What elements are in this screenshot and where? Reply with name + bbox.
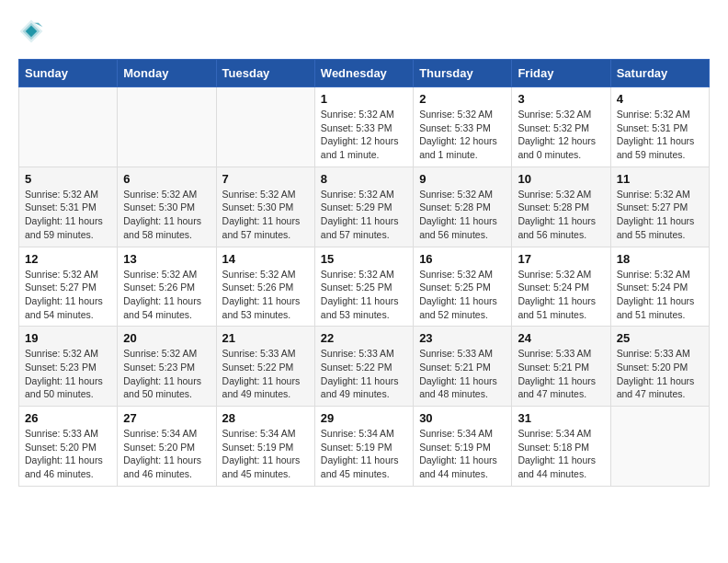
weekday-header: Tuesday bbox=[216, 60, 314, 87]
calendar-cell: 12Sunrise: 5:32 AM Sunset: 5:27 PM Dayli… bbox=[19, 247, 118, 327]
calendar-cell: 13Sunrise: 5:32 AM Sunset: 5:26 PM Dayli… bbox=[118, 247, 216, 327]
calendar-cell: 27Sunrise: 5:34 AM Sunset: 5:20 PM Dayli… bbox=[118, 407, 216, 487]
calendar-cell: 26Sunrise: 5:33 AM Sunset: 5:20 PM Dayli… bbox=[19, 407, 118, 487]
day-number: 26 bbox=[25, 411, 111, 425]
calendar-cell: 2Sunrise: 5:32 AM Sunset: 5:33 PM Daylig… bbox=[414, 87, 512, 167]
calendar-cell: 10Sunrise: 5:32 AM Sunset: 5:28 PM Dayli… bbox=[512, 167, 610, 247]
calendar-cell: 29Sunrise: 5:34 AM Sunset: 5:19 PM Dayli… bbox=[314, 407, 413, 487]
calendar-cell: 6Sunrise: 5:32 AM Sunset: 5:30 PM Daylig… bbox=[118, 167, 216, 247]
day-number: 3 bbox=[518, 92, 604, 106]
day-number: 14 bbox=[222, 252, 309, 266]
calendar-week-row: 1Sunrise: 5:32 AM Sunset: 5:33 PM Daylig… bbox=[19, 87, 710, 167]
calendar-cell: 7Sunrise: 5:32 AM Sunset: 5:30 PM Daylig… bbox=[216, 167, 314, 247]
day-info: Sunrise: 5:32 AM Sunset: 5:28 PM Dayligh… bbox=[518, 188, 604, 242]
day-number: 22 bbox=[321, 331, 407, 345]
calendar-header-row: SundayMondayTuesdayWednesdayThursdayFrid… bbox=[19, 60, 710, 87]
day-info: Sunrise: 5:32 AM Sunset: 5:33 PM Dayligh… bbox=[419, 108, 506, 162]
day-info: Sunrise: 5:32 AM Sunset: 5:30 PM Dayligh… bbox=[123, 188, 210, 242]
calendar-cell: 11Sunrise: 5:32 AM Sunset: 5:27 PM Dayli… bbox=[610, 167, 709, 247]
day-info: Sunrise: 5:33 AM Sunset: 5:22 PM Dayligh… bbox=[321, 347, 407, 401]
day-info: Sunrise: 5:32 AM Sunset: 5:24 PM Dayligh… bbox=[617, 268, 703, 322]
day-info: Sunrise: 5:32 AM Sunset: 5:23 PM Dayligh… bbox=[123, 347, 210, 401]
day-info: Sunrise: 5:32 AM Sunset: 5:31 PM Dayligh… bbox=[25, 188, 111, 242]
day-info: Sunrise: 5:34 AM Sunset: 5:18 PM Dayligh… bbox=[518, 427, 604, 481]
day-info: Sunrise: 5:32 AM Sunset: 5:26 PM Dayligh… bbox=[222, 268, 309, 322]
day-info: Sunrise: 5:32 AM Sunset: 5:29 PM Dayligh… bbox=[321, 188, 407, 242]
day-info: Sunrise: 5:33 AM Sunset: 5:22 PM Dayligh… bbox=[222, 347, 309, 401]
day-info: Sunrise: 5:34 AM Sunset: 5:20 PM Dayligh… bbox=[123, 427, 210, 481]
day-number: 13 bbox=[123, 252, 210, 266]
day-info: Sunrise: 5:34 AM Sunset: 5:19 PM Dayligh… bbox=[222, 427, 309, 481]
day-number: 29 bbox=[321, 411, 407, 425]
calendar-cell: 15Sunrise: 5:32 AM Sunset: 5:25 PM Dayli… bbox=[314, 247, 413, 327]
weekday-header: Sunday bbox=[19, 60, 118, 87]
calendar-cell bbox=[19, 87, 118, 167]
calendar-cell: 21Sunrise: 5:33 AM Sunset: 5:22 PM Dayli… bbox=[216, 327, 314, 407]
day-number: 11 bbox=[617, 172, 703, 186]
day-info: Sunrise: 5:32 AM Sunset: 5:27 PM Dayligh… bbox=[617, 188, 703, 242]
weekday-header: Wednesday bbox=[314, 60, 413, 87]
calendar-week-row: 19Sunrise: 5:32 AM Sunset: 5:23 PM Dayli… bbox=[19, 327, 710, 407]
calendar-week-row: 5Sunrise: 5:32 AM Sunset: 5:31 PM Daylig… bbox=[19, 167, 710, 247]
calendar-cell: 25Sunrise: 5:33 AM Sunset: 5:20 PM Dayli… bbox=[610, 327, 709, 407]
day-number: 27 bbox=[123, 411, 210, 425]
calendar-cell: 30Sunrise: 5:34 AM Sunset: 5:19 PM Dayli… bbox=[414, 407, 512, 487]
day-info: Sunrise: 5:32 AM Sunset: 5:31 PM Dayligh… bbox=[617, 108, 703, 162]
page: SundayMondayTuesdayWednesdayThursdayFrid… bbox=[0, 0, 728, 505]
logo bbox=[18, 18, 48, 44]
day-number: 6 bbox=[123, 172, 210, 186]
day-number: 7 bbox=[222, 172, 309, 186]
calendar-cell: 22Sunrise: 5:33 AM Sunset: 5:22 PM Dayli… bbox=[314, 327, 413, 407]
day-number: 5 bbox=[25, 172, 111, 186]
weekday-header: Thursday bbox=[414, 60, 512, 87]
calendar-cell: 18Sunrise: 5:32 AM Sunset: 5:24 PM Dayli… bbox=[610, 247, 709, 327]
header bbox=[18, 18, 710, 44]
calendar-cell: 31Sunrise: 5:34 AM Sunset: 5:18 PM Dayli… bbox=[512, 407, 610, 487]
calendar-cell: 8Sunrise: 5:32 AM Sunset: 5:29 PM Daylig… bbox=[314, 167, 413, 247]
day-number: 17 bbox=[518, 252, 604, 266]
calendar-cell: 20Sunrise: 5:32 AM Sunset: 5:23 PM Dayli… bbox=[118, 327, 216, 407]
day-info: Sunrise: 5:33 AM Sunset: 5:20 PM Dayligh… bbox=[25, 427, 111, 481]
day-number: 8 bbox=[321, 172, 407, 186]
day-number: 2 bbox=[419, 92, 506, 106]
day-number: 16 bbox=[419, 252, 506, 266]
day-number: 10 bbox=[518, 172, 604, 186]
day-info: Sunrise: 5:32 AM Sunset: 5:27 PM Dayligh… bbox=[25, 268, 111, 322]
calendar-cell: 3Sunrise: 5:32 AM Sunset: 5:32 PM Daylig… bbox=[512, 87, 610, 167]
calendar: SundayMondayTuesdayWednesdayThursdayFrid… bbox=[18, 59, 710, 487]
day-number: 20 bbox=[123, 331, 210, 345]
day-info: Sunrise: 5:32 AM Sunset: 5:24 PM Dayligh… bbox=[518, 268, 604, 322]
day-info: Sunrise: 5:33 AM Sunset: 5:21 PM Dayligh… bbox=[518, 347, 604, 401]
day-number: 28 bbox=[222, 411, 309, 425]
day-number: 31 bbox=[518, 411, 604, 425]
day-number: 4 bbox=[617, 92, 703, 106]
day-number: 30 bbox=[419, 411, 506, 425]
calendar-week-row: 12Sunrise: 5:32 AM Sunset: 5:27 PM Dayli… bbox=[19, 247, 710, 327]
day-info: Sunrise: 5:34 AM Sunset: 5:19 PM Dayligh… bbox=[321, 427, 407, 481]
day-info: Sunrise: 5:32 AM Sunset: 5:25 PM Dayligh… bbox=[419, 268, 506, 322]
day-info: Sunrise: 5:33 AM Sunset: 5:20 PM Dayligh… bbox=[617, 347, 703, 401]
calendar-cell: 4Sunrise: 5:32 AM Sunset: 5:31 PM Daylig… bbox=[610, 87, 709, 167]
day-info: Sunrise: 5:32 AM Sunset: 5:25 PM Dayligh… bbox=[321, 268, 407, 322]
calendar-cell: 16Sunrise: 5:32 AM Sunset: 5:25 PM Dayli… bbox=[414, 247, 512, 327]
day-info: Sunrise: 5:33 AM Sunset: 5:21 PM Dayligh… bbox=[419, 347, 506, 401]
day-info: Sunrise: 5:32 AM Sunset: 5:23 PM Dayligh… bbox=[25, 347, 111, 401]
day-number: 24 bbox=[518, 331, 604, 345]
day-number: 19 bbox=[25, 331, 111, 345]
day-number: 23 bbox=[419, 331, 506, 345]
day-info: Sunrise: 5:34 AM Sunset: 5:19 PM Dayligh… bbox=[419, 427, 506, 481]
calendar-cell: 9Sunrise: 5:32 AM Sunset: 5:28 PM Daylig… bbox=[414, 167, 512, 247]
day-info: Sunrise: 5:32 AM Sunset: 5:28 PM Dayligh… bbox=[419, 188, 506, 242]
day-number: 18 bbox=[617, 252, 703, 266]
calendar-week-row: 26Sunrise: 5:33 AM Sunset: 5:20 PM Dayli… bbox=[19, 407, 710, 487]
day-number: 9 bbox=[419, 172, 506, 186]
day-number: 21 bbox=[222, 331, 309, 345]
calendar-cell: 14Sunrise: 5:32 AM Sunset: 5:26 PM Dayli… bbox=[216, 247, 314, 327]
calendar-cell: 19Sunrise: 5:32 AM Sunset: 5:23 PM Dayli… bbox=[19, 327, 118, 407]
calendar-cell: 17Sunrise: 5:32 AM Sunset: 5:24 PM Dayli… bbox=[512, 247, 610, 327]
day-number: 1 bbox=[321, 92, 407, 106]
day-number: 25 bbox=[617, 331, 703, 345]
logo-icon bbox=[18, 18, 44, 44]
calendar-cell: 5Sunrise: 5:32 AM Sunset: 5:31 PM Daylig… bbox=[19, 167, 118, 247]
day-info: Sunrise: 5:32 AM Sunset: 5:32 PM Dayligh… bbox=[518, 108, 604, 162]
